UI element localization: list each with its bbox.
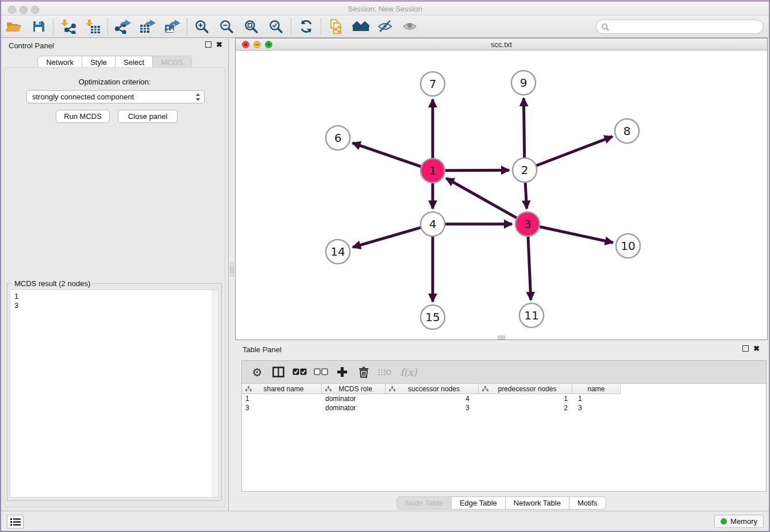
zoom-selected-button[interactable] [264,17,288,36]
task-history-button[interactable] [7,515,24,529]
graph-edge-3-10[interactable] [540,226,613,242]
sitemap-icon [389,386,395,392]
export-image-icon [164,19,180,34]
graph-node-label: 6 [334,131,342,145]
titlebar: Session: New Session [1,0,769,16]
graph-node-label: 14 [330,245,345,259]
copy-network-icon [329,18,344,34]
delete-table-icon [378,368,392,377]
export-image-button[interactable] [160,17,184,36]
table-row[interactable]: 1 dominator 4 1 1 [242,394,766,403]
save-session-button[interactable] [26,17,51,36]
graph-edge-1-2[interactable] [445,170,509,171]
search-input[interactable] [612,22,756,31]
import-network-button[interactable] [56,17,80,36]
graph-edge-2-8[interactable] [536,137,613,166]
graph-node-11[interactable]: 11 [519,303,544,327]
network-scroll-grip[interactable] [498,336,505,340]
close-panel-button[interactable]: Close panel [118,110,178,123]
table-row[interactable]: 3 dominator 3 2 3 [242,403,766,413]
graph-node-1[interactable]: 1 [421,159,445,183]
graph-node-3[interactable]: 3 [515,212,540,236]
function-builder-button[interactable]: f(x) [395,363,422,382]
graph-edge-4-14[interactable] [353,228,421,248]
main-toolbar [1,16,769,38]
graph-edge-3-11[interactable] [528,236,531,300]
hide-selected-icon [378,20,393,33]
graph-node-label: 1 [429,164,437,178]
node-table[interactable]: shared name MCDS role [242,384,766,491]
zoom-out-button[interactable] [214,17,239,36]
close-table-panel-icon[interactable]: ✖ [753,345,760,352]
graph-edge-2-3[interactable] [525,182,526,209]
search-box[interactable] [596,20,764,34]
copy-network-button[interactable] [324,17,348,36]
toolbar-separator [291,18,291,34]
graph-node-label: 10 [621,239,635,253]
splitter-grip[interactable] [230,262,234,277]
save-session-icon [32,20,45,33]
graph-node-label: 9 [520,76,528,90]
table-panel-box: ⚙ [241,360,767,492]
tab-node-table[interactable]: Node Table [396,496,452,510]
float-table-panel-icon[interactable] [742,345,749,352]
column-view-button[interactable] [268,363,289,382]
graph-edge-2-9[interactable] [523,98,524,158]
control-panel-title: Control Panel [9,41,54,50]
graph-node-9[interactable]: 9 [511,71,536,95]
graph-node-2[interactable]: 2 [513,158,537,182]
memory-button[interactable]: Memory [714,515,764,528]
tab-network-table[interactable]: Network Table [506,496,569,510]
column-header-mcds-role[interactable]: MCDS role [322,384,386,394]
status-bar: Memory [1,511,769,531]
delete-table-button[interactable] [374,363,395,382]
float-panel-icon[interactable] [205,41,211,48]
zoom-in-button[interactable] [190,17,214,36]
home-view-icon [352,20,369,33]
graph-node-14[interactable]: 14 [326,240,350,264]
column-header-successor-nodes[interactable]: successor nodes [386,384,479,394]
mcds-result-text[interactable]: 1 3 [10,290,219,498]
refresh-layout-button[interactable] [294,17,318,36]
zoom-in-icon [195,20,209,34]
close-panel-icon[interactable]: ✖ [216,41,222,48]
application-window: Session: New Session [0,0,770,532]
network-canvas-svg[interactable]: 7968124314101511 [236,51,767,340]
export-table-button[interactable] [135,17,160,36]
run-mcds-button[interactable]: Run MCDS [56,110,110,123]
network-window-titlebar[interactable]: scc.txt [236,38,767,51]
export-network-button[interactable] [110,17,135,36]
graph-node-4[interactable]: 4 [421,212,445,236]
column-header-predecessor-nodes[interactable]: predecessor nodes [479,384,572,394]
graph-edge-3-1[interactable] [446,178,517,218]
criterion-dropdown[interactable]: strongly connected component [26,90,205,103]
home-view-button[interactable] [348,17,373,36]
column-header-name[interactable]: name [572,384,621,394]
column-header-shared-name[interactable]: shared name [242,384,322,394]
graph-node-7[interactable]: 7 [421,72,445,96]
graph-node-10[interactable]: 10 [616,234,640,258]
select-all-button[interactable] [289,363,310,382]
deselect-all-button[interactable] [310,363,332,382]
add-row-button[interactable] [332,363,353,382]
table-panel-tabs: Node Table Edge Table Network Table Moti… [235,496,768,510]
list-icon [10,518,21,526]
show-all-button[interactable] [398,17,422,36]
panel-splitter[interactable] [229,38,235,511]
graph-edge-1-6[interactable] [353,143,422,167]
delete-row-button[interactable] [353,363,374,382]
graph-node-8[interactable]: 8 [615,119,639,143]
tab-edge-table[interactable]: Edge Table [452,496,506,510]
table-settings-icon: ⚙ [252,365,263,379]
table-settings-button[interactable]: ⚙ [247,363,268,382]
control-panel: Control Panel ✖ Network Style Select MCD… [1,38,229,511]
zoom-fit-button[interactable] [239,17,264,36]
tab-motifs[interactable]: Motifs [569,496,606,510]
graph-node-6[interactable]: 6 [326,126,350,150]
result-scrollbar[interactable] [212,290,218,497]
import-table-button[interactable] [80,17,105,36]
table-panel: Table Panel ✖ ⚙ [235,341,768,511]
graph-node-15[interactable]: 15 [421,305,445,329]
hide-selected-button[interactable] [373,17,398,36]
open-session-button[interactable] [1,17,26,36]
